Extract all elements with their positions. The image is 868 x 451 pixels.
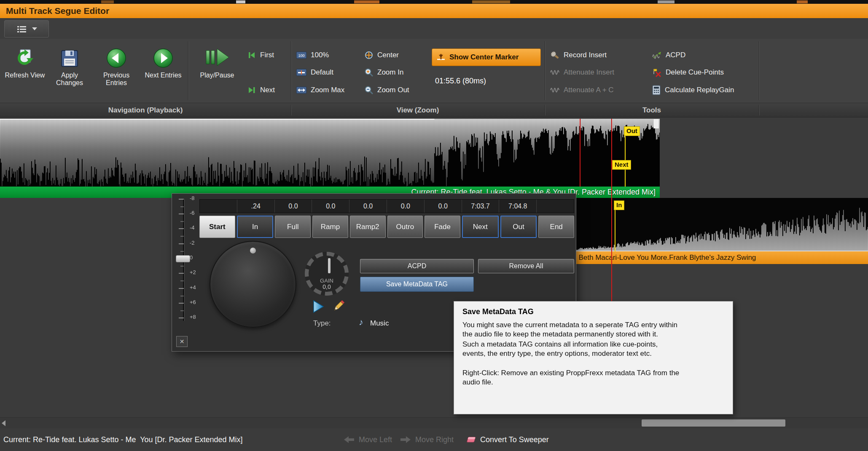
next-cue-marker[interactable]: Next	[612, 160, 631, 170]
in-cue-line	[615, 210, 615, 251]
center-marker-icon	[436, 53, 446, 62]
type-value[interactable]: Music	[370, 319, 389, 328]
refresh-view-button[interactable]: Refresh View	[3, 41, 46, 100]
track-b-title-bar: : Beth Macari-Love You More.Frank Blythe…	[572, 251, 868, 264]
caption-navigation: Navigation (Playback)	[0, 103, 291, 117]
background-window-sliver	[354, 0, 379, 3]
gain-knob[interactable]: GAIN 0,0	[305, 252, 349, 296]
ribbon-toolbar: Refresh View Apply Changes	[0, 39, 868, 103]
jog-knob[interactable]	[210, 241, 296, 328]
calculator-icon	[652, 85, 661, 95]
attenuate-wave-icon	[550, 86, 560, 94]
gain-knob-value: 0,0	[309, 283, 345, 290]
cue-out-button[interactable]: Out	[500, 216, 537, 238]
next-circle-arrow-icon	[141, 41, 185, 69]
play-pause-button[interactable]: Play/Pause	[192, 41, 242, 100]
microphone-icon	[550, 50, 560, 60]
track-a-waveform-lane[interactable]	[0, 119, 660, 187]
record-insert-button[interactable]: Record Insert	[550, 48, 607, 63]
zoom-out-label: Zoom Out	[377, 86, 409, 94]
tooltip-title: Save MetaData TAG	[462, 307, 724, 316]
skip-first-icon	[247, 51, 256, 60]
zoom-in-button[interactable]: Zoom In	[364, 65, 403, 80]
background-window-sliver	[236, 0, 245, 3]
move-left-label: Move Left	[359, 435, 392, 444]
title-bar[interactable]: Multi Track Segue Editor	[0, 4, 868, 18]
zoom-100-button[interactable]: 100 100%	[296, 48, 329, 63]
calculate-replaygain-button[interactable]: Calculate ReplayGain	[652, 83, 734, 98]
out-cue-marker[interactable]: Out	[624, 126, 640, 136]
cue-ramp2-button[interactable]: Ramp2	[350, 216, 386, 238]
scrollbar-thumb[interactable]	[642, 419, 785, 427]
cue-fade-button[interactable]: Fade	[425, 216, 460, 238]
acpd-button[interactable]: ACPD	[652, 48, 685, 63]
remove-all-button[interactable]: Remove All	[478, 259, 574, 273]
fader-scale-label: 0	[190, 254, 201, 261]
horizontal-scrollbar[interactable]	[0, 417, 868, 429]
cue-values-row: .24 0.0 0.0 0.0 0.0 0.0 7:03.7 7:04.8	[199, 199, 574, 213]
in-cue-marker[interactable]: In	[614, 200, 624, 210]
acpd-panel-button[interactable]: ACPD	[360, 259, 474, 273]
fader-scale-label: +8	[190, 314, 201, 320]
attenuate-a-c-label: Attenuate A + C	[564, 86, 614, 94]
zoom-max-button[interactable]: Zoom Max	[296, 83, 344, 98]
first-button[interactable]: First	[247, 48, 274, 63]
eraser-icon	[465, 435, 476, 444]
zoom-in-icon	[364, 68, 374, 77]
fader-minor-tick	[180, 206, 184, 207]
save-floppy-icon	[48, 41, 91, 69]
previous-entries-button[interactable]: Previous Entries	[94, 41, 139, 100]
record-insert-label: Record Insert	[564, 51, 607, 59]
refresh-view-label: Refresh View	[3, 72, 46, 79]
delete-cue-points-button[interactable]: Delete Cue-Points	[652, 65, 724, 80]
fader-minor-tick	[180, 266, 184, 267]
preview-play-button[interactable]	[312, 300, 324, 315]
fader-major-tick	[179, 273, 184, 274]
status-current-track: Current: Re-Tide feat. Lukas Setto - Me …	[3, 428, 243, 451]
next-label: Next	[260, 86, 275, 94]
zoom-max-icon	[296, 86, 307, 94]
cue-end-button[interactable]: End	[538, 216, 574, 238]
next-entries-button[interactable]: Next Entries	[141, 41, 185, 100]
multi-track-segue-editor-window: Multi Track Segue Editor Refr	[0, 0, 868, 451]
main-menu-button[interactable]	[4, 20, 49, 37]
svg-text:100: 100	[298, 53, 304, 58]
move-right-arrow-icon	[400, 435, 411, 444]
scroll-left-button[interactable]	[2, 420, 8, 426]
acpd-icon	[652, 51, 662, 59]
center-button[interactable]: Center	[364, 48, 399, 63]
scroll-left-arrow-icon	[2, 420, 5, 426]
edit-button[interactable]	[331, 299, 346, 315]
attenuate-a-c-button: Attenuate A + C	[550, 83, 614, 98]
cue-full-button[interactable]: Full	[275, 216, 311, 238]
calculate-replaygain-label: Calculate ReplayGain	[665, 86, 734, 94]
ribbon-separator	[545, 41, 546, 100]
cue-outro-button[interactable]: Outro	[387, 216, 423, 238]
convert-to-sweeper-button[interactable]: Convert To Sweeper	[465, 428, 549, 451]
panel-close-button[interactable]: ✕	[176, 336, 188, 347]
track-a-waveform-canvas[interactable]	[0, 119, 660, 187]
type-label: Type:	[313, 319, 331, 328]
cue-value-cell: 0.0	[312, 200, 349, 213]
fader-scale-label: +6	[190, 299, 201, 305]
background-window-sliver	[797, 0, 808, 3]
next-button[interactable]: Next	[247, 83, 275, 98]
fader-scale-label: +2	[190, 269, 201, 275]
segue-playhead-line	[611, 119, 612, 301]
cue-in-button[interactable]: In	[237, 216, 274, 238]
zoom-out-button[interactable]: Zoom Out	[364, 83, 409, 98]
gain-fader-handle[interactable]	[176, 255, 190, 262]
zoom-in-label: Zoom In	[377, 68, 403, 77]
apply-changes-button[interactable]: Apply Changes	[48, 41, 91, 100]
segue-time-display: 01:55.6 (80ms)	[435, 77, 486, 85]
zoom-100-icon: 100	[296, 51, 307, 59]
fader-major-tick	[179, 288, 184, 289]
cue-start-button[interactable]: Start	[199, 216, 235, 238]
cue-ramp-button[interactable]: Ramp	[312, 216, 348, 238]
cue-next-button[interactable]: Next	[462, 216, 499, 238]
apply-changes-label: Apply Changes	[48, 72, 91, 87]
show-center-marker-button[interactable]: Show Center Marker	[432, 48, 541, 66]
zoom-default-button[interactable]: Default	[296, 65, 333, 80]
convert-to-sweeper-label: Convert To Sweeper	[480, 435, 549, 444]
save-metadata-tag-button[interactable]: Save MetaData TAG	[360, 277, 474, 292]
